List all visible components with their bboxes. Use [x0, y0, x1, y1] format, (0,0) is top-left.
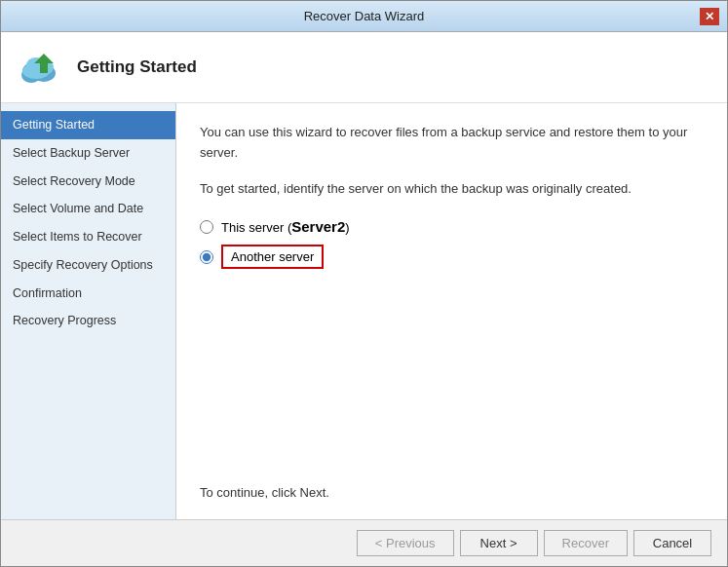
sidebar-item-specify-recovery-options[interactable]: Specify Recovery Options — [1, 251, 175, 280]
radio-group: This server (Server2) Another server — [200, 218, 704, 269]
close-button[interactable]: ✕ — [700, 8, 719, 25]
sidebar-item-recovery-progress[interactable]: Recovery Progress — [1, 307, 175, 335]
description-line2: To get started, identify the server on w… — [200, 179, 704, 200]
this-server-radio[interactable] — [200, 220, 213, 234]
next-button[interactable]: Next > — [460, 530, 538, 556]
header-title: Getting Started — [77, 57, 197, 77]
wizard-icon — [17, 44, 63, 91]
window-title: Recover Data Wizard — [28, 9, 700, 23]
sidebar: Getting Started Select Backup Server Sel… — [1, 103, 176, 519]
another-server-highlight: Another server — [221, 245, 324, 269]
sidebar-item-select-volume-date[interactable]: Select Volume and Date — [1, 195, 175, 223]
description-line1: You can use this wizard to recover files… — [200, 123, 704, 164]
wizard-window: Recover Data Wizard ✕ Getting Started Ge… — [0, 0, 728, 567]
sidebar-item-select-recovery-mode[interactable]: Select Recovery Mode — [1, 168, 175, 196]
sidebar-item-select-backup-server[interactable]: Select Backup Server — [1, 139, 175, 168]
sidebar-item-getting-started[interactable]: Getting Started — [1, 111, 175, 139]
another-server-label: Another server — [231, 249, 314, 264]
sidebar-item-select-items-recover[interactable]: Select Items to Recover — [1, 223, 175, 251]
another-server-radio[interactable] — [200, 250, 213, 264]
recover-button[interactable]: Recover — [544, 530, 628, 556]
this-server-label: This server (Server2) — [221, 218, 350, 235]
content-area: Getting Started Select Backup Server Sel… — [1, 103, 727, 519]
another-server-option[interactable]: Another server — [200, 245, 704, 269]
main-content: You can use this wizard to recover files… — [176, 103, 727, 519]
title-bar: Recover Data Wizard ✕ — [1, 1, 727, 32]
sidebar-item-confirmation[interactable]: Confirmation — [1, 280, 175, 308]
footer: < Previous Next > Recover Cancel — [1, 519, 727, 566]
this-server-option[interactable]: This server (Server2) — [200, 218, 704, 235]
previous-button[interactable]: < Previous — [357, 530, 454, 556]
hint-text: To continue, click Next. — [200, 470, 704, 500]
header: Getting Started — [1, 32, 727, 103]
cancel-button[interactable]: Cancel — [633, 530, 711, 556]
